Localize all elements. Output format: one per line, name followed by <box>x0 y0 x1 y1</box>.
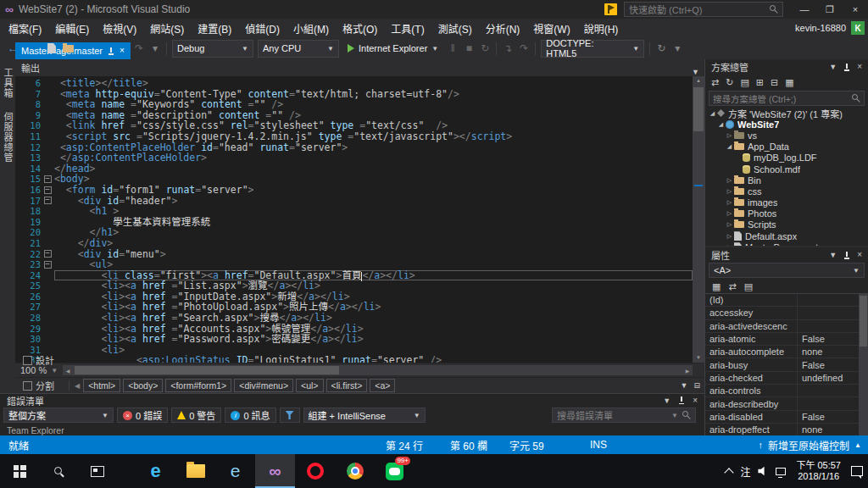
close-button[interactable]: × <box>843 0 868 19</box>
tree-item[interactable]: ◢WebSite7 <box>705 119 868 130</box>
opera-taskbar-button[interactable] <box>295 454 335 488</box>
side-tool-tab[interactable]: 工具箱 <box>1 68 14 98</box>
properties-icon[interactable]: ▦ <box>785 77 793 88</box>
tree-item[interactable]: ▷Scripts <box>705 219 868 230</box>
property-row[interactable]: aria-autocompletenone <box>705 346 868 358</box>
break-all-icon[interactable]: ‖ <box>445 42 460 54</box>
error-source-select[interactable]: 組建 + IntelliSense▼ <box>303 408 426 423</box>
property-row[interactable]: aria-checkedundefined <box>705 372 868 385</box>
property-pages-icon[interactable]: ▤ <box>744 281 753 292</box>
microsoft-edge-taskbar-button[interactable]: e <box>136 454 175 488</box>
network-icon[interactable] <box>776 468 786 475</box>
collapsed-arrow-icon[interactable]: ▷ <box>726 210 733 217</box>
team-explorer-tab[interactable]: Team Explorer <box>7 425 64 435</box>
collapsed-arrow-icon[interactable]: ▷ <box>726 188 733 195</box>
menu-item[interactable]: 網站(S) <box>143 24 191 36</box>
error-scope-select[interactable]: 整個方案▼ <box>3 408 114 423</box>
categorized-icon[interactable]: ▦ <box>712 281 721 292</box>
tree-item[interactable]: ▷Bin <box>705 175 868 186</box>
property-row[interactable]: aria-atomicFalse <box>705 333 868 346</box>
close-icon[interactable]: × <box>693 396 698 405</box>
code-line[interactable]: 14</head> <box>15 164 693 175</box>
property-row[interactable]: aria-controls <box>705 385 868 397</box>
tree-item[interactable]: ◢方案 'WebSite7 (2)' (1 專案) <box>705 108 868 119</box>
tag-navigator-pin-icon[interactable]: ⊟ <box>693 381 700 390</box>
tab-list-dropdown-icon[interactable]: ▼ <box>692 68 699 76</box>
expanded-arrow-icon[interactable]: ◢ <box>717 121 725 128</box>
expanded-arrow-icon[interactable]: ◢ <box>709 110 716 117</box>
property-row[interactable]: aria-describedby <box>705 397 868 410</box>
menu-item[interactable]: 建置(B) <box>191 24 238 36</box>
action-center-icon[interactable] <box>851 466 863 476</box>
property-row[interactable]: aria-busyFalse <box>705 358 868 371</box>
sync-with-active-document-icon[interactable]: ⇄ <box>711 77 719 88</box>
pin-icon[interactable] <box>843 64 850 71</box>
menu-item[interactable]: 偵錯(D) <box>238 24 287 36</box>
start-debugging-button[interactable]: Internet Explorer▼ <box>342 43 444 53</box>
open-file-icon[interactable] <box>60 45 75 53</box>
refresh-icon[interactable]: ↻ <box>726 77 733 88</box>
tag-navigator-item[interactable]: <li.first> <box>326 379 368 392</box>
fold-collapse-icon[interactable]: – <box>44 197 52 204</box>
tag-navigator-item[interactable]: <a> <box>370 379 395 392</box>
internet-explorer-taskbar-button[interactable]: e <box>215 454 255 488</box>
file-explorer-taskbar-button[interactable] <box>175 454 215 488</box>
tree-item[interactable]: myDB_log.LDF <box>705 152 868 164</box>
code-line[interactable]: 20</h1> <box>15 227 693 238</box>
tag-navigator-item[interactable]: <body> <box>123 379 163 392</box>
collapsed-arrow-icon[interactable]: ▷ <box>726 233 733 240</box>
tree-item[interactable]: School.mdf <box>705 164 868 175</box>
show-all-files-icon[interactable]: ⊞ <box>756 77 764 88</box>
menu-item[interactable]: 測試(S) <box>431 24 479 36</box>
close-icon[interactable]: × <box>120 47 125 55</box>
menu-item[interactable]: 工具(T) <box>384 24 431 36</box>
undo-dropdown-icon[interactable]: ▾ <box>147 42 163 54</box>
tree-item[interactable]: ▷css <box>705 186 868 197</box>
doctype-select[interactable]: DOCTYPE: HTML5▼ <box>541 40 644 58</box>
view-button-split[interactable]: 分割 <box>18 379 67 392</box>
tag-path-scroll-left-icon[interactable]: ◀ <box>71 382 83 390</box>
tree-item[interactable]: ◢App_Data <box>705 141 868 152</box>
view-button-design[interactable]: 設計 <box>18 353 67 367</box>
volume-icon[interactable] <box>758 466 768 476</box>
pin-icon[interactable] <box>843 252 850 259</box>
document-tab[interactable]: 輸出 <box>15 59 131 76</box>
tag-navigator-dropdown-icon[interactable]: ▼ <box>681 381 688 390</box>
tag-navigator-item[interactable]: <ul> <box>296 379 323 392</box>
visual-studio-taskbar-button[interactable]: ∞ <box>255 454 295 488</box>
code-editor[interactable]: 6<title></title>7<meta http-equiv="Conte… <box>15 76 693 363</box>
fold-collapse-icon[interactable]: – <box>44 175 52 183</box>
step-into-icon[interactable]: ↴ <box>500 42 515 54</box>
code-line[interactable]: 13</asp:ContentPlaceHolder> <box>15 152 693 164</box>
browser-link-dropdown-icon[interactable]: ▾ <box>670 42 685 54</box>
property-row[interactable]: aria-activedescenc <box>705 320 868 333</box>
code-line[interactable]: 32<asp:LoginStatus ID="LoginStatus1" run… <box>15 355 693 363</box>
expanded-arrow-icon[interactable]: ◢ <box>726 143 733 150</box>
start-button[interactable] <box>0 454 39 488</box>
hidden-icons-chevron-icon[interactable] <box>725 468 734 477</box>
scroll-left-icon[interactable]: ◀ <box>63 365 73 375</box>
scroll-up-icon[interactable]: ▲ <box>693 76 704 86</box>
task-view-button[interactable] <box>78 454 117 488</box>
menu-item[interactable]: 視窗(W) <box>526 24 576 36</box>
browser-link-refresh-icon[interactable]: ↻ <box>654 42 669 54</box>
close-icon[interactable]: × <box>857 251 862 259</box>
messages-filter-button[interactable]: i 0 訊息 <box>225 408 275 423</box>
platform-select[interactable]: Any CPU▼ <box>258 40 339 58</box>
collapsed-arrow-icon[interactable]: ▷ <box>726 199 733 206</box>
tree-item[interactable]: ▷vs <box>705 130 868 141</box>
window-position-icon[interactable]: ▼ <box>663 396 670 405</box>
nest-related-files-icon[interactable]: ▤ <box>740 77 748 88</box>
redo-icon[interactable]: ↷ <box>131 42 147 54</box>
fold-collapse-icon[interactable]: – <box>44 250 52 258</box>
menu-item[interactable]: 格式(O) <box>336 24 384 36</box>
tree-item[interactable]: ▷Default.aspx <box>705 230 868 241</box>
warnings-filter-button[interactable]: 0 警告 <box>171 408 221 423</box>
step-over-icon[interactable]: ↷ <box>516 42 531 54</box>
editor-horizontal-scrollbar[interactable]: ◀ ▶ <box>63 365 693 375</box>
window-position-icon[interactable]: ▼ <box>829 63 837 71</box>
title-bar[interactable]: ∞ WebSite7 (2) - Microsoft Visual Studio… <box>0 0 868 19</box>
pin-icon[interactable] <box>678 396 685 404</box>
editor-vertical-scrollbar[interactable]: ▲ ▼ <box>693 76 704 363</box>
properties-object-select[interactable]: <A> ▼ <box>709 263 865 278</box>
